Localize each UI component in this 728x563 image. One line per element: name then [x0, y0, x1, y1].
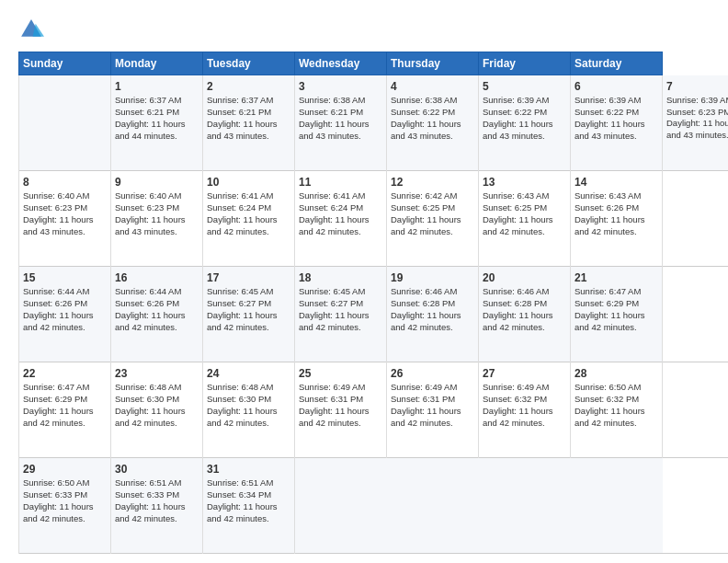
day-info: Sunrise: 6:41 AMSunset: 6:24 PMDaylight:…	[299, 190, 382, 237]
calendar-table: SundayMondayTuesdayWednesdayThursdayFrid…	[18, 52, 728, 554]
day-number: 6	[574, 79, 658, 94]
empty-cell	[19, 75, 111, 171]
day-info: Sunrise: 6:43 AMSunset: 6:25 PMDaylight:…	[483, 190, 566, 237]
day-cell: 6Sunrise: 6:39 AMSunset: 6:22 PMDaylight…	[571, 75, 663, 171]
day-cell: 18Sunrise: 6:45 AMSunset: 6:27 PMDayligh…	[295, 267, 387, 362]
col-header-thursday: Thursday	[387, 52, 479, 75]
day-cell: 29Sunrise: 6:50 AMSunset: 6:33 PMDayligh…	[19, 458, 111, 554]
day-cell: 1Sunrise: 6:37 AMSunset: 6:21 PMDaylight…	[111, 75, 203, 171]
day-cell: 7Sunrise: 6:39 AMSunset: 6:23 PMDaylight…	[663, 75, 729, 171]
day-number: 31	[207, 462, 290, 477]
day-info: Sunrise: 6:46 AMSunset: 6:28 PMDaylight:…	[483, 286, 566, 333]
day-number: 13	[483, 175, 566, 190]
day-number: 14	[574, 175, 658, 190]
day-cell: 14Sunrise: 6:43 AMSunset: 6:26 PMDayligh…	[571, 171, 663, 267]
day-cell	[295, 458, 387, 554]
day-number: 25	[299, 366, 382, 381]
day-cell: 4Sunrise: 6:38 AMSunset: 6:22 PMDaylight…	[387, 75, 479, 171]
day-number: 11	[299, 175, 382, 190]
day-number: 8	[23, 175, 107, 190]
logo	[18, 17, 48, 42]
day-number: 19	[391, 270, 474, 285]
day-info: Sunrise: 6:44 AMSunset: 6:26 PMDaylight:…	[115, 286, 199, 333]
day-cell: 22Sunrise: 6:47 AMSunset: 6:29 PMDayligh…	[19, 362, 111, 458]
col-header-monday: Monday	[111, 52, 203, 75]
day-info: Sunrise: 6:48 AMSunset: 6:30 PMDaylight:…	[207, 382, 290, 429]
col-header-friday: Friday	[479, 52, 571, 75]
col-header-tuesday: Tuesday	[203, 52, 295, 75]
day-cell: 19Sunrise: 6:46 AMSunset: 6:28 PMDayligh…	[387, 267, 479, 362]
header	[18, 17, 710, 42]
day-cell: 13Sunrise: 6:43 AMSunset: 6:25 PMDayligh…	[479, 171, 571, 267]
day-info: Sunrise: 6:47 AMSunset: 6:29 PMDaylight:…	[23, 382, 107, 429]
day-number: 24	[207, 366, 290, 381]
day-cell	[571, 458, 663, 554]
day-number: 5	[483, 79, 566, 94]
day-info: Sunrise: 6:51 AMSunset: 6:33 PMDaylight:…	[115, 477, 199, 524]
day-cell: 23Sunrise: 6:48 AMSunset: 6:30 PMDayligh…	[111, 362, 203, 458]
day-number: 12	[391, 175, 474, 190]
day-number: 10	[207, 175, 290, 190]
day-cell: 2Sunrise: 6:37 AMSunset: 6:21 PMDaylight…	[203, 75, 295, 171]
day-info: Sunrise: 6:45 AMSunset: 6:27 PMDaylight:…	[299, 286, 382, 333]
day-number: 27	[483, 366, 566, 381]
page: SundayMondayTuesdayWednesdayThursdayFrid…	[0, 0, 728, 563]
day-info: Sunrise: 6:49 AMSunset: 6:31 PMDaylight:…	[299, 382, 382, 429]
day-number: 21	[574, 270, 658, 285]
week-row-4: 29Sunrise: 6:50 AMSunset: 6:33 PMDayligh…	[19, 458, 729, 554]
calendar-body: 1Sunrise: 6:37 AMSunset: 6:21 PMDaylight…	[19, 75, 729, 554]
day-info: Sunrise: 6:38 AMSunset: 6:22 PMDaylight:…	[391, 95, 474, 142]
day-number: 4	[391, 79, 474, 94]
day-cell: 30Sunrise: 6:51 AMSunset: 6:33 PMDayligh…	[111, 458, 203, 554]
day-cell: 20Sunrise: 6:46 AMSunset: 6:28 PMDayligh…	[479, 267, 571, 362]
day-number: 28	[574, 366, 658, 381]
day-info: Sunrise: 6:45 AMSunset: 6:27 PMDaylight:…	[207, 286, 290, 333]
day-cell: 15Sunrise: 6:44 AMSunset: 6:26 PMDayligh…	[19, 267, 111, 362]
day-number: 16	[115, 270, 199, 285]
day-cell: 26Sunrise: 6:49 AMSunset: 6:31 PMDayligh…	[387, 362, 479, 458]
day-number: 9	[115, 175, 199, 190]
day-cell: 25Sunrise: 6:49 AMSunset: 6:31 PMDayligh…	[295, 362, 387, 458]
day-number: 30	[115, 462, 199, 477]
day-cell	[479, 458, 571, 554]
day-cell: 5Sunrise: 6:39 AMSunset: 6:22 PMDaylight…	[479, 75, 571, 171]
col-header-saturday: Saturday	[571, 52, 663, 75]
day-info: Sunrise: 6:49 AMSunset: 6:32 PMDaylight:…	[483, 382, 566, 429]
day-number: 2	[207, 79, 290, 94]
day-cell: 28Sunrise: 6:50 AMSunset: 6:32 PMDayligh…	[571, 362, 663, 458]
day-cell: 31Sunrise: 6:51 AMSunset: 6:34 PMDayligh…	[203, 458, 295, 554]
day-number: 20	[483, 270, 566, 285]
day-number: 18	[299, 270, 382, 285]
day-number: 23	[115, 366, 199, 381]
day-info: Sunrise: 6:48 AMSunset: 6:30 PMDaylight:…	[115, 382, 199, 429]
week-row-1: 8Sunrise: 6:40 AMSunset: 6:23 PMDaylight…	[19, 171, 729, 267]
day-info: Sunrise: 6:44 AMSunset: 6:26 PMDaylight:…	[23, 286, 107, 333]
day-number: 7	[666, 79, 728, 94]
day-number: 26	[391, 366, 474, 381]
day-info: Sunrise: 6:50 AMSunset: 6:33 PMDaylight:…	[23, 477, 107, 524]
day-cell	[387, 458, 479, 554]
day-cell: 9Sunrise: 6:40 AMSunset: 6:23 PMDaylight…	[111, 171, 203, 267]
week-row-2: 15Sunrise: 6:44 AMSunset: 6:26 PMDayligh…	[19, 267, 729, 362]
logo-icon	[18, 17, 44, 42]
week-row-3: 22Sunrise: 6:47 AMSunset: 6:29 PMDayligh…	[19, 362, 729, 458]
day-cell: 16Sunrise: 6:44 AMSunset: 6:26 PMDayligh…	[111, 267, 203, 362]
day-info: Sunrise: 6:40 AMSunset: 6:23 PMDaylight:…	[23, 190, 107, 237]
day-number: 17	[207, 270, 290, 285]
day-cell: 11Sunrise: 6:41 AMSunset: 6:24 PMDayligh…	[295, 171, 387, 267]
day-info: Sunrise: 6:38 AMSunset: 6:21 PMDaylight:…	[299, 95, 382, 142]
calendar-header: SundayMondayTuesdayWednesdayThursdayFrid…	[19, 52, 729, 75]
day-cell: 27Sunrise: 6:49 AMSunset: 6:32 PMDayligh…	[479, 362, 571, 458]
col-header-sunday: Sunday	[19, 52, 111, 75]
day-info: Sunrise: 6:39 AMSunset: 6:22 PMDaylight:…	[483, 95, 566, 142]
day-cell: 12Sunrise: 6:42 AMSunset: 6:25 PMDayligh…	[387, 171, 479, 267]
day-info: Sunrise: 6:42 AMSunset: 6:25 PMDaylight:…	[391, 190, 474, 237]
day-info: Sunrise: 6:47 AMSunset: 6:29 PMDaylight:…	[574, 286, 658, 333]
day-number: 29	[23, 462, 107, 477]
day-info: Sunrise: 6:46 AMSunset: 6:28 PMDaylight:…	[391, 286, 474, 333]
day-info: Sunrise: 6:37 AMSunset: 6:21 PMDaylight:…	[207, 95, 290, 142]
day-info: Sunrise: 6:43 AMSunset: 6:26 PMDaylight:…	[574, 190, 658, 237]
header-row: SundayMondayTuesdayWednesdayThursdayFrid…	[19, 52, 729, 75]
day-cell: 10Sunrise: 6:41 AMSunset: 6:24 PMDayligh…	[203, 171, 295, 267]
day-info: Sunrise: 6:49 AMSunset: 6:31 PMDaylight:…	[391, 382, 474, 429]
